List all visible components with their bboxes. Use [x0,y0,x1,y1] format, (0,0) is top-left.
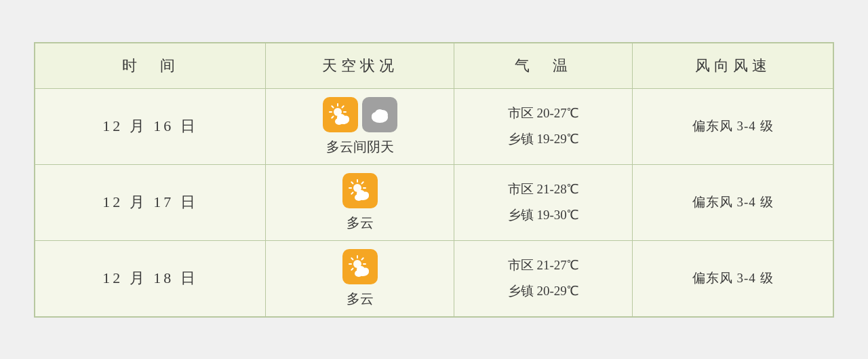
weather-icons [271,249,448,284]
weather-icon-sunny-cloudy [323,97,358,132]
table-row: 12 月 16 日 [35,88,833,164]
sky-description: 多云 [271,214,448,232]
sky-description: 多云 [271,290,448,308]
svg-line-37 [361,258,363,259]
date-cell: 12 月 18 日 [35,240,266,317]
temp-urban: 市区 21-28℃ [460,176,627,202]
svg-line-8 [332,116,333,117]
header-wind: 风向风速 [633,43,833,89]
sky-description: 多云间阴天 [271,138,448,156]
svg-line-7 [342,106,343,107]
temp-rural: 乡镇 19-29℃ [460,126,627,152]
temp-rural: 乡镇 20-29℃ [460,278,627,304]
weather-icon-sunny-cloudy [342,173,378,208]
svg-line-25 [351,192,353,193]
temp-rural: 乡镇 19-30℃ [460,202,627,228]
sky-cell: 多云 [266,164,454,240]
wind-cell: 偏东风 3-4 级 [633,164,833,240]
temp-cell: 市区 20-27℃乡镇 19-29℃ [454,88,633,164]
svg-line-24 [361,182,363,183]
weather-icon-sunny-cloudy [342,249,378,284]
svg-line-35 [351,258,353,259]
svg-point-16 [375,109,384,117]
weather-icons [271,97,448,132]
date-cell: 12 月 16 日 [35,88,266,164]
header-temp: 气 温 [454,43,633,89]
svg-line-22 [351,182,353,183]
sky-cell: 多云间阴天 [266,88,454,164]
sky-cell: 多云 [266,240,454,317]
header-sky: 天空状况 [266,43,454,89]
weather-icons [271,173,448,208]
temp-cell: 市区 21-27℃乡镇 20-29℃ [454,240,633,317]
svg-point-42 [362,267,369,273]
date-cell: 12 月 17 日 [35,164,266,240]
temp-cell: 市区 21-28℃乡镇 19-30℃ [454,164,633,240]
weather-icon-cloudy [362,97,397,132]
svg-point-12 [342,115,349,121]
temp-urban: 市区 20-27℃ [460,100,627,126]
weather-forecast-table: 时 间 天空状况 气 温 风向风速 12 月 16 日 [34,42,834,318]
wind-cell: 偏东风 3-4 级 [633,88,833,164]
wind-cell: 偏东风 3-4 级 [633,240,833,317]
svg-line-5 [332,106,333,107]
temp-urban: 市区 21-27℃ [460,252,627,278]
svg-point-29 [362,191,369,197]
header-time: 时 间 [35,43,266,89]
table-row: 12 月 18 日 多云市区 21-27℃乡镇 20-29℃偏东风 3-4 级 [35,240,833,317]
svg-line-38 [351,268,353,269]
table-row: 12 月 17 日 多云市区 21-28℃乡镇 19-30℃偏东风 3-4 级 [35,164,833,240]
